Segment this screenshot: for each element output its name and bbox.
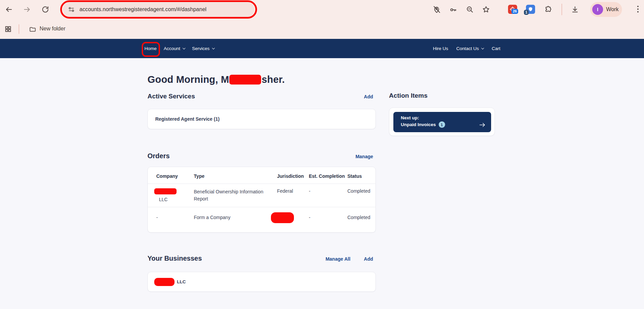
bookmarks-divider bbox=[19, 24, 19, 34]
active-services-add-link[interactable]: Add bbox=[364, 94, 376, 99]
browser-toolbar: accounts.northwestregisteredagent.com/#/… bbox=[0, 0, 644, 19]
bookmarks-bar: New folder bbox=[0, 19, 644, 39]
nav-contact-us[interactable]: Contact Us bbox=[456, 46, 484, 51]
cell-company: LLC bbox=[156, 188, 194, 203]
avatar: I bbox=[592, 4, 603, 15]
cell-jurisdiction: Federal bbox=[277, 188, 309, 203]
site-settings-icon[interactable] bbox=[68, 6, 75, 13]
orders-manage-link[interactable]: Manage bbox=[355, 154, 376, 159]
apps-grid-icon[interactable] bbox=[4, 25, 12, 33]
action-items-title: Action Items bbox=[389, 92, 428, 99]
nav-cart[interactable]: Cart bbox=[492, 46, 501, 51]
active-service-item[interactable]: Registered Agent Service (1) bbox=[147, 109, 376, 129]
redaction-business-name bbox=[154, 278, 175, 286]
redaction-jurisdiction bbox=[271, 212, 294, 223]
chevron-down-icon bbox=[212, 47, 214, 49]
cell-company: - bbox=[156, 215, 194, 223]
folder-icon bbox=[29, 26, 36, 33]
arrow-right-icon bbox=[479, 122, 486, 128]
extensions-puzzle-icon[interactable] bbox=[544, 5, 552, 14]
browser-menu-icon[interactable] bbox=[637, 6, 639, 13]
nav-account[interactable]: Account bbox=[164, 46, 185, 51]
toolbar-divider bbox=[561, 4, 562, 15]
redaction-name bbox=[229, 75, 261, 85]
action-items-card: Next up: Unpaid Invoices 1 bbox=[389, 108, 495, 136]
browser-window: accounts.northwestregisteredagent.com/#/… bbox=[0, 0, 644, 309]
bookmark-star-icon[interactable] bbox=[482, 5, 490, 14]
table-row: LLC Beneficial Ownership Information Rep… bbox=[148, 184, 375, 207]
next-up-label: Next up: bbox=[401, 115, 485, 120]
cell-jurisdiction bbox=[277, 215, 309, 223]
nav-home[interactable]: Home bbox=[144, 46, 157, 51]
forward-icon[interactable] bbox=[23, 5, 31, 14]
extension-badge-count: 26 bbox=[511, 9, 518, 14]
col-jurisdiction: Jurisdiction bbox=[277, 173, 309, 179]
cell-est-completion: - bbox=[309, 188, 347, 203]
nav-hire-us[interactable]: Hire Us bbox=[433, 46, 448, 51]
cell-est-completion: - bbox=[309, 215, 347, 223]
extension-badge-count: 1 bbox=[524, 10, 529, 15]
col-company: Company bbox=[156, 173, 194, 179]
profile-name: Work bbox=[606, 6, 619, 13]
chevron-down-icon bbox=[481, 47, 484, 49]
active-service-label: Registered Agent Service (1) bbox=[155, 116, 220, 122]
business-item[interactable]: LLC bbox=[147, 272, 376, 292]
page-title: Good Morning, Msher. bbox=[147, 74, 285, 85]
orders-title: Orders bbox=[147, 152, 170, 160]
table-row: - Form a Company - Completed bbox=[148, 207, 375, 223]
bookmark-new-folder[interactable]: New folder bbox=[40, 26, 65, 32]
businesses-add-link[interactable]: Add bbox=[364, 256, 373, 262]
downloads-icon[interactable] bbox=[571, 5, 579, 14]
back-icon[interactable] bbox=[5, 5, 13, 14]
location-off-icon[interactable] bbox=[433, 5, 441, 14]
nav-services[interactable]: Services bbox=[192, 46, 214, 51]
zoom-out-icon[interactable] bbox=[466, 5, 474, 14]
next-up-action-button[interactable]: Next up: Unpaid Invoices 1 bbox=[393, 112, 491, 132]
browser-profile-button[interactable]: I Work bbox=[590, 2, 622, 17]
active-services-title: Active Services bbox=[147, 93, 195, 100]
cell-type: Beneficial Ownership Information Report bbox=[194, 188, 277, 203]
unpaid-invoices-label: Unpaid Invoices bbox=[401, 122, 436, 127]
businesses-manage-all-link[interactable]: Manage All bbox=[325, 256, 350, 262]
reload-icon[interactable] bbox=[41, 5, 49, 14]
url-text: accounts.northwestregisteredagent.com/#/… bbox=[79, 6, 206, 13]
unpaid-count-badge: 1 bbox=[439, 121, 445, 128]
businesses-title: Your Businesses bbox=[147, 255, 202, 262]
dashboard-content: Good Morning, Msher. Active Services Add… bbox=[0, 58, 644, 309]
business-suffix: LLC bbox=[177, 279, 186, 284]
col-status: Status bbox=[347, 173, 375, 179]
orders-table: Company Type Jurisdiction Est. Completio… bbox=[147, 167, 376, 233]
site-navbar: Home Account Services Hire Us Contact Us… bbox=[0, 39, 644, 58]
redaction-company bbox=[154, 188, 177, 194]
cell-status: Completed bbox=[347, 188, 375, 203]
chevron-down-icon bbox=[183, 47, 185, 49]
col-type: Type bbox=[194, 173, 277, 179]
cell-status: Completed bbox=[347, 215, 375, 223]
orders-table-header: Company Type Jurisdiction Est. Completio… bbox=[148, 167, 375, 184]
cell-type: Form a Company bbox=[194, 215, 277, 223]
col-est-completion: Est. Completion bbox=[309, 173, 347, 179]
password-key-icon[interactable] bbox=[449, 6, 457, 14]
address-bar[interactable]: accounts.northwestregisteredagent.com/#/… bbox=[63, 2, 254, 17]
